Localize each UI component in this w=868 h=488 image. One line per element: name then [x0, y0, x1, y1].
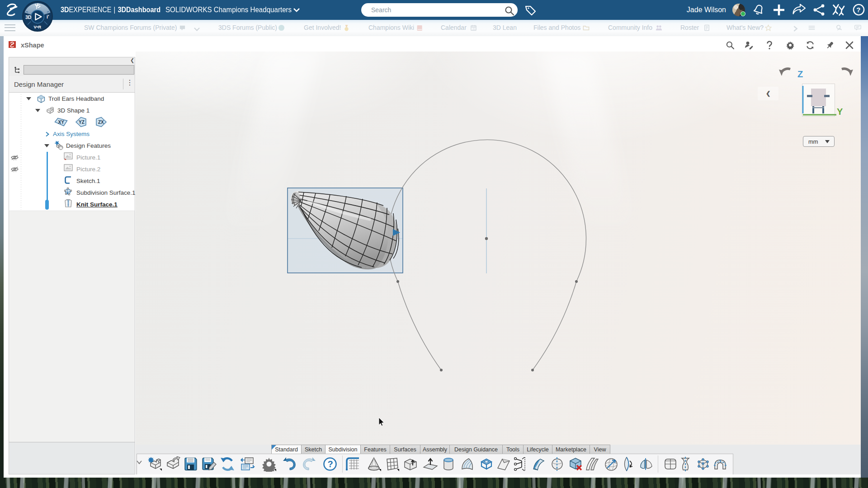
svg-text:YZ: YZ — [79, 120, 85, 125]
svg-text:i′: i′ — [47, 14, 49, 19]
svg-text:31: 31 — [472, 27, 476, 30]
svg-text:?: ? — [856, 6, 860, 14]
svg-text:XY: XY — [58, 120, 65, 125]
svg-text:?: ? — [328, 459, 333, 469]
svg-text:ZX: ZX — [98, 120, 104, 125]
svg-text:3D: 3D — [25, 14, 32, 20]
svg-text:V•R: V•R — [34, 24, 42, 29]
